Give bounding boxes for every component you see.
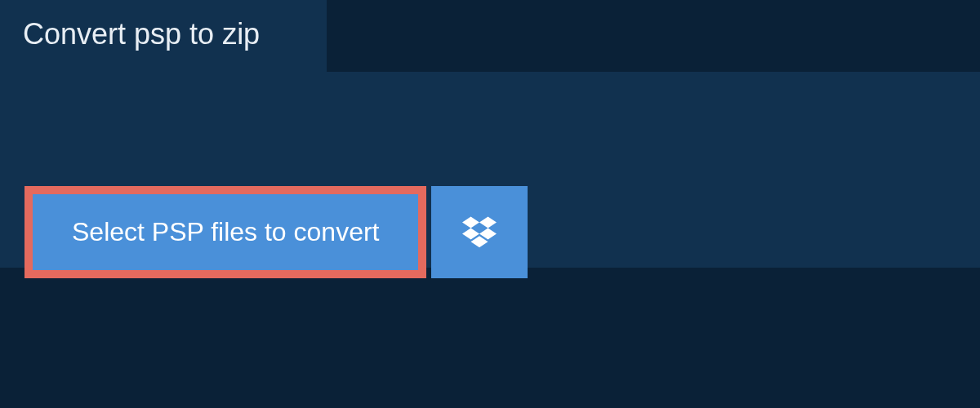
converter-tab-label: Convert psp to zip — [23, 17, 260, 51]
dropbox-icon — [462, 214, 497, 251]
dropbox-button[interactable] — [431, 186, 528, 278]
converter-tab: Convert psp to zip — [0, 0, 327, 72]
select-files-button[interactable]: Select PSP files to convert — [24, 186, 426, 278]
select-files-button-label: Select PSP files to convert — [72, 217, 379, 247]
file-select-button-group: Select PSP files to convert — [24, 186, 528, 278]
